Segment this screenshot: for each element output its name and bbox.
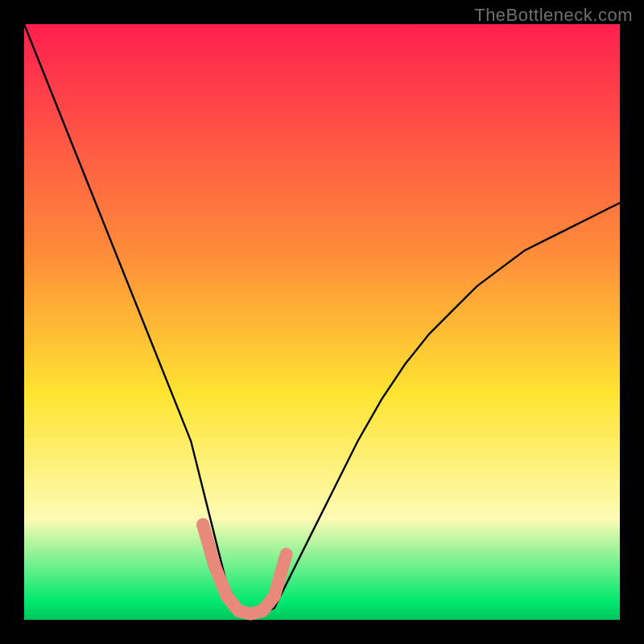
bottleneck-plot	[0, 0, 644, 644]
watermark-text: TheBottleneck.com	[474, 5, 633, 26]
chart-container: { "watermark": "TheBottleneck.com", "col…	[0, 0, 644, 644]
plot-gradient-area	[24, 24, 620, 620]
